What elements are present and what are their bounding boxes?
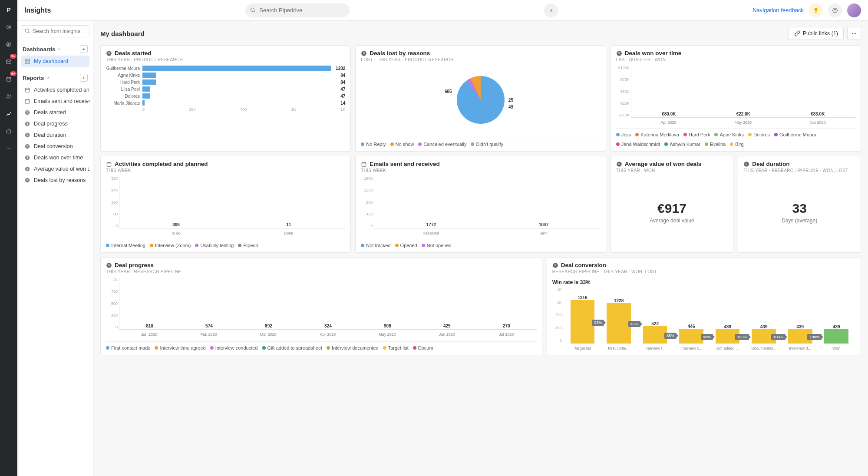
sidebar-item-report[interactable]: Activities completed and …	[21, 84, 89, 96]
card-deals-won-time[interactable]: $Deals won over time LAST QUARTER · WON …	[611, 45, 861, 152]
svg-rect-18	[25, 99, 29, 103]
bar-column: 574	[181, 324, 238, 329]
bar-column: 306	[121, 222, 231, 228]
legend-item: Birg	[730, 142, 744, 147]
bar-label: Dolores	[106, 94, 140, 99]
card-deal-progress[interactable]: $Deal progress THIS YEAR · RESEARCH PIPE…	[100, 257, 542, 355]
svg-text:$: $	[618, 162, 620, 165]
legend-item: Hard Perk	[683, 132, 710, 137]
global-search-input[interactable]	[245, 3, 350, 17]
currency-icon: $	[24, 155, 30, 161]
svg-rect-6	[7, 130, 10, 133]
currency-icon: $	[106, 262, 112, 268]
chevron-down-icon	[46, 76, 50, 80]
calendar-icon	[24, 87, 30, 93]
bar-column: 1772	[376, 222, 486, 228]
funnel-column: 122843%	[601, 298, 636, 344]
bar-label: Guilherme Moura	[106, 66, 140, 71]
winrate-text: Win rate is 33%	[552, 279, 855, 285]
user-avatar[interactable]	[847, 3, 861, 17]
link-icon	[794, 30, 800, 36]
sidebar-item-report[interactable]: $Deals won over time	[21, 152, 89, 163]
rail-activities-icon[interactable]: 9+	[3, 73, 15, 85]
sidebar-item-report[interactable]: $Deal progress	[21, 118, 89, 129]
bar-column: 324	[300, 324, 356, 329]
rail-insights-icon[interactable]	[3, 108, 15, 120]
card-deals-lost[interactable]: $Deals lost by reasons LOST · THIS YEAR …	[355, 45, 606, 152]
legend-item: Internal Meeting	[106, 243, 145, 248]
legend-item: Interview time agreed	[155, 345, 205, 350]
sidebar-item-report[interactable]: $Deals lost by reasons	[21, 175, 89, 186]
tips-icon[interactable]	[809, 3, 823, 17]
rail-more-icon[interactable]	[3, 142, 15, 155]
add-report-button[interactable]: +	[80, 74, 88, 82]
sidebar-item-label: Deal duration	[34, 132, 66, 138]
rail-mail-icon[interactable]: 9+	[3, 56, 15, 68]
nav-feedback-link[interactable]: Navigation feedback	[752, 7, 804, 13]
legend-item: Jess	[616, 132, 631, 137]
svg-point-34	[854, 33, 855, 34]
public-links-button[interactable]: Public links (1)	[789, 27, 844, 40]
kpi-value: 33	[792, 201, 806, 216]
card-avg-value[interactable]: $Average value of won deals THIS YEAR · …	[611, 156, 734, 253]
sidebar-item-my-dashboard[interactable]: My dashboard	[21, 56, 89, 67]
sidebar-item-report[interactable]: $Average value of won deals	[21, 163, 89, 175]
legend-item: Interview conducted	[210, 345, 258, 350]
sidebar-item-report[interactable]: $Deal duration	[21, 129, 89, 141]
bar-column: 1047	[489, 222, 599, 228]
add-button[interactable]: +	[544, 3, 558, 17]
rail-focus-icon[interactable]	[3, 21, 15, 33]
search-icon	[24, 28, 30, 35]
svg-text:$: $	[26, 167, 28, 170]
sidebar: Dashboards + My dashboard Reports + Acti…	[17, 21, 93, 476]
sidebar-item-report[interactable]: $Deal conversion	[21, 141, 89, 152]
currency-icon: $	[552, 262, 558, 268]
legend-item: Ashwin Kumar	[664, 142, 700, 147]
card-deals-started[interactable]: $Deals started THIS YEAR · PRODUCT RESEA…	[100, 45, 351, 152]
svg-point-10	[251, 8, 254, 11]
funnel-column: 439100%	[783, 324, 818, 344]
svg-rect-4	[7, 77, 10, 81]
svg-point-9	[10, 148, 11, 149]
rail-contacts-icon[interactable]	[3, 90, 15, 102]
more-actions-button[interactable]	[847, 27, 861, 40]
legend-item: Not opened	[422, 243, 452, 248]
legend-item: Usability testing	[195, 243, 234, 248]
sidebar-dashboards-section[interactable]: Dashboards +	[21, 43, 89, 56]
svg-text:$: $	[746, 162, 747, 165]
legend-item: No show	[390, 142, 414, 147]
bar-column: €83.0K	[782, 112, 854, 117]
svg-text:$: $	[26, 145, 28, 148]
kpi-value: €917	[657, 201, 686, 216]
rail-products-icon[interactable]	[3, 125, 15, 137]
sidebar-search-input[interactable]	[21, 25, 89, 37]
currency-icon: $	[361, 50, 367, 56]
rail-logo[interactable]: P	[3, 3, 15, 16]
rail-deals-icon[interactable]	[3, 38, 15, 50]
card-activities[interactable]: Activities completed and planned THIS WE…	[100, 156, 351, 253]
legend-item: Jana Waldschmidt	[616, 142, 660, 147]
search-icon	[250, 7, 256, 14]
currency-icon: $	[24, 177, 30, 183]
add-dashboard-button[interactable]: +	[80, 45, 88, 53]
sidebar-item-report[interactable]: Emails sent and received	[21, 96, 89, 107]
bar-label: Hard Perk	[106, 80, 140, 85]
card-deal-conversion[interactable]: $Deal conversion RESEARCH PIPELINE · THI…	[547, 257, 861, 355]
funnel-column: 131693%	[565, 295, 600, 344]
card-deal-duration[interactable]: $Deal durationTHIS YEAR · RESEARCH PIPEL…	[738, 156, 861, 253]
sidebar-reports-section[interactable]: Reports +	[21, 71, 89, 84]
svg-text:$: $	[108, 52, 110, 55]
svg-point-7	[7, 148, 8, 149]
card-emails[interactable]: Emails sent and received THIS WEEK 18001…	[355, 156, 606, 253]
svg-rect-42	[107, 162, 111, 166]
chevron-down-icon	[57, 47, 61, 51]
currency-icon: $	[24, 132, 30, 138]
nav-rail: P 9+ 9+	[0, 0, 17, 476]
help-icon[interactable]	[828, 3, 842, 17]
legend-item: Pipedri	[238, 243, 258, 248]
page-section-title: Insights	[24, 7, 51, 14]
bar-column: 425	[419, 324, 475, 329]
currency-icon: $	[616, 50, 622, 56]
sidebar-item-report[interactable]: $Deals started	[21, 107, 89, 118]
bar-column: 270	[478, 324, 535, 329]
